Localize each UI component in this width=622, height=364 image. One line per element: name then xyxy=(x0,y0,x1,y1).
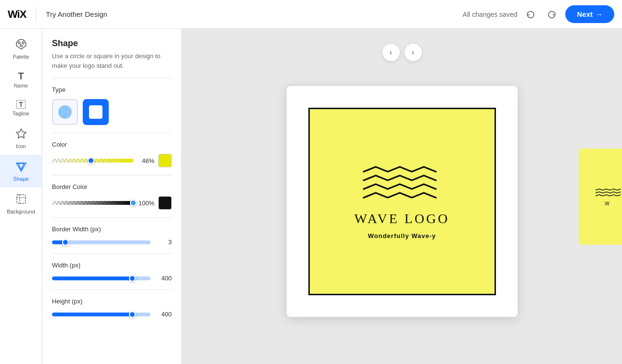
svg-rect-4 xyxy=(17,195,25,203)
settings-panel: Shape Use a circle or square in your des… xyxy=(42,29,182,364)
topbar-title: Try Another Design xyxy=(46,10,107,18)
icon-icon xyxy=(15,128,27,141)
canvas-area: ‹ › Wave L xyxy=(182,29,622,364)
undo-button[interactable] xyxy=(523,7,538,22)
name-icon: T xyxy=(18,71,24,81)
side-logo-name: W xyxy=(605,201,610,206)
width-slider-container xyxy=(52,276,151,280)
sidebar-item-icon[interactable]: Icon xyxy=(0,122,42,155)
sidebar-item-tagline[interactable]: T Tagline xyxy=(0,94,42,122)
next-button[interactable]: Next → xyxy=(565,5,614,23)
svg-point-0 xyxy=(18,42,20,44)
side-wave-icon xyxy=(593,187,622,201)
border-color-percent-value: 100% xyxy=(137,200,154,207)
type-square-option[interactable] xyxy=(83,99,109,125)
panel-description: Use a circle or square in your design to… xyxy=(52,51,172,70)
border-color-slider-container xyxy=(52,201,133,205)
logo-name-text: Wave Logo xyxy=(354,211,449,226)
border-color-swatch[interactable] xyxy=(158,196,172,210)
side-card: W xyxy=(579,149,622,245)
color-label: Color xyxy=(52,141,172,148)
border-color-row: 100% xyxy=(52,196,172,210)
border-color-label: Border Color xyxy=(52,183,172,190)
panel-divider-1 xyxy=(52,78,172,78)
color-slider-container xyxy=(52,159,133,163)
next-arrow-icon: → xyxy=(596,10,603,18)
height-slider-container xyxy=(52,313,151,316)
topbar-right: All changes saved Next → xyxy=(463,5,614,23)
svg-point-1 xyxy=(22,42,24,44)
svg-point-2 xyxy=(20,45,22,47)
saved-status: All changes saved xyxy=(463,11,518,18)
color-percent-value: 46% xyxy=(137,157,154,164)
redo-button[interactable] xyxy=(544,7,559,22)
background-icon xyxy=(15,193,27,207)
circle-shape-icon xyxy=(58,105,72,119)
color-slider-thumb xyxy=(88,157,94,164)
nav-arrows: ‹ › xyxy=(382,43,422,62)
panel-divider-4 xyxy=(52,217,172,218)
type-circle-option[interactable] xyxy=(52,99,78,125)
sidebar-tagline-label: Tagline xyxy=(13,111,29,116)
topbar: WiX Try Another Design All changes saved… xyxy=(0,0,622,29)
sidebar-name-label: Name xyxy=(14,83,28,88)
height-value: 400 xyxy=(154,311,172,318)
sidebar-item-background[interactable]: Background xyxy=(0,188,42,220)
height-row: 400 xyxy=(52,311,172,318)
height-slider-thumb xyxy=(129,311,136,318)
height-label: Height (px) xyxy=(52,298,172,305)
panel-divider-5 xyxy=(52,253,172,254)
sidebar-shape-label: Shape xyxy=(13,176,29,182)
wave-icon xyxy=(354,163,450,201)
color-row: 46% xyxy=(52,154,172,167)
type-options xyxy=(52,99,172,125)
border-width-label: Border Width (px) xyxy=(52,226,172,233)
side-card-inner: W xyxy=(579,149,622,245)
panel-divider-3 xyxy=(52,175,172,176)
icon-sidebar: Palette T Name T Tagline Icon xyxy=(0,29,42,364)
sidebar-palette-label: Palette xyxy=(13,54,29,60)
sidebar-item-shape[interactable]: Shape xyxy=(0,155,42,188)
topbar-divider xyxy=(36,7,36,22)
palette-icon xyxy=(15,38,27,52)
main-layout: Palette T Name T Tagline Icon xyxy=(0,29,622,364)
logo-card: Wave Logo Wonderfully Wave-y xyxy=(287,86,518,317)
border-width-value: 3 xyxy=(154,238,172,246)
type-label: Type xyxy=(52,86,172,93)
svg-marker-3 xyxy=(16,129,26,138)
width-label: Width (px) xyxy=(52,262,172,269)
next-design-button[interactable]: › xyxy=(404,43,422,62)
square-shape-icon xyxy=(89,105,102,119)
sidebar-background-label: Background xyxy=(7,209,35,214)
wix-logo: WiX xyxy=(8,8,26,21)
border-color-slider-thumb xyxy=(130,200,137,206)
logo-inner: Wave Logo Wonderfully Wave-y xyxy=(308,108,496,295)
sidebar-icon-label: Icon xyxy=(16,143,26,149)
border-width-slider-container xyxy=(52,240,151,244)
width-value: 400 xyxy=(154,275,172,282)
panel-divider-2 xyxy=(52,133,172,133)
sidebar-item-palette[interactable]: Palette xyxy=(0,33,42,65)
border-width-row: 3 xyxy=(52,238,172,246)
panel-divider-6 xyxy=(52,289,172,290)
shape-icon xyxy=(15,161,27,174)
tagline-icon: T xyxy=(16,100,25,109)
prev-design-button[interactable]: ‹ xyxy=(382,43,400,62)
logo-tagline-text: Wonderfully Wave-y xyxy=(368,232,436,239)
width-slider-thumb xyxy=(129,275,136,282)
panel-title: Shape xyxy=(52,38,172,49)
color-swatch[interactable] xyxy=(158,154,172,167)
side-preview: W xyxy=(579,149,622,245)
border-width-slider-thumb xyxy=(62,239,69,246)
width-row: 400 xyxy=(52,275,172,282)
sidebar-item-name[interactable]: T Name xyxy=(0,65,42,94)
